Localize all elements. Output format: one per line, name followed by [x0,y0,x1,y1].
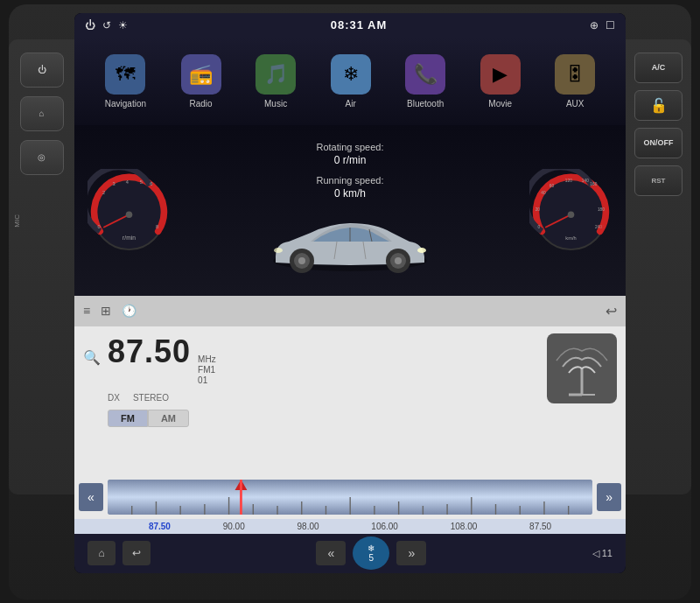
dashboard-area: r/min 0 8 2 6 4 3 5 Rotating speed: 0 r/… [74,125,626,296]
app-navigation[interactable]: 🗺 Navigation [105,54,146,109]
svg-text:0: 0 [97,224,100,229]
onoff-button[interactable]: ON/OFF [634,128,682,158]
svg-text:40: 40 [541,190,546,194]
right-side-panel: A/C 🔓 ON/OFF RST [626,39,691,494]
right-button-group: A/C 🔓 ON/OFF RST [633,53,684,196]
am-button[interactable]: AM [148,410,189,427]
bluetooth-label: Bluetooth [407,99,444,109]
tuner-section: « [74,475,626,519]
rotating-speed-block: Rotating speed: 0 r/min [316,142,383,166]
freq-108-00[interactable]: 108.00 [451,522,478,531]
car-image [262,208,438,278]
dx-label: DX [108,393,120,403]
rst-button[interactable]: RST [634,165,682,196]
app-aux[interactable]: 🎛 AUX [555,54,595,109]
fan-speed: 5 [369,553,374,563]
svg-point-20 [417,248,426,253]
tuner-next-button[interactable]: » [597,483,621,511]
freq-87-50-2[interactable]: 87.50 [529,522,551,531]
saved-frequencies: 87.50 90.00 98.00 106.00 108.00 87.50 [74,519,626,534]
svg-text:120: 120 [565,179,572,183]
freq-90-00[interactable]: 90.00 [223,522,245,531]
svg-text:8: 8 [156,224,158,229]
music-icon: 🎵 [256,54,296,95]
rotating-speed-value: 0 r/min [334,154,367,166]
svg-text:2: 2 [102,189,105,194]
bottom-bar: ⌂ ↩ « ❄ 5 » ◁ 11 [74,534,626,573]
clock-icon[interactable]: 🕐 [122,304,136,318]
bottom-center-controls: « ❄ 5 » [316,536,426,570]
app-movie[interactable]: ▶ Movie [480,54,521,109]
air-label: Air [346,99,356,109]
radio-toolbar: ≡ ⊞ 🕐 ↩ [74,296,626,326]
next-nav-button[interactable]: » [396,541,426,565]
radio-icon: 📻 [181,54,221,95]
rotating-speed-label: Rotating speed: [316,142,383,152]
radio-signal-area [547,333,617,403]
eq-icon[interactable]: ≡ [83,304,90,318]
home-side-button[interactable]: ⌂ [20,96,64,131]
status-icons-left: ⏻ ↺ ☀ [85,19,128,32]
fm-am-buttons: FM AM [83,410,540,427]
freq-87-50[interactable]: 87.50 [149,522,171,531]
app-grid: 🗺 Navigation 📻 Radio 🎵 Music ❄ Air 📞 Blu… [74,38,626,125]
prev-nav-button[interactable]: « [316,541,346,565]
tuner-bar[interactable] [108,480,592,515]
vol-icon: ◁ [592,548,599,559]
svg-text:r/min: r/min [122,234,136,240]
navigation-label: Navigation [105,99,146,109]
back-button[interactable]: ↩ [606,303,617,319]
svg-point-24 [568,211,575,218]
status-icons-right: ⊕ ☐ [590,19,615,32]
svg-text:180: 180 [598,207,605,211]
power-icon: ⏻ [85,19,95,32]
tuner-prev-button[interactable]: « [79,483,103,511]
fm-button[interactable]: FM [108,410,148,427]
svg-text:20: 20 [536,207,541,211]
ac-button[interactable]: A/C [634,53,682,83]
home-button[interactable]: ⌂ [88,541,116,565]
svg-point-21 [274,248,283,253]
back-nav-button[interactable]: ↩ [122,541,150,565]
vol-value: 11 [602,548,612,558]
stereo-label: STEREO [133,393,169,403]
rpm-gauge: r/min 0 8 2 6 4 3 5 [88,169,171,252]
svg-text:6: 6 [150,181,152,186]
movie-icon: ▶ [480,54,521,95]
freq-98-00[interactable]: 98.00 [298,522,319,531]
app-music[interactable]: 🎵 Music [256,54,296,109]
left-side-panel: ⏻ ⌂ ◎ MIC [9,39,74,494]
radio-tool-icons: ≡ ⊞ 🕐 [83,304,136,318]
movie-label: Movie [488,99,512,109]
search-icon[interactable]: 🔍 [83,349,101,366]
unlock-button[interactable]: 🔓 [634,90,682,121]
gps-icon: ⊕ [590,19,598,32]
grid-icon[interactable]: ⊞ [101,304,111,318]
svg-text:140: 140 [582,179,589,183]
power-button[interactable]: ⏻ [20,53,64,88]
svg-text:5: 5 [140,179,143,185]
volume-display: ◁ 11 [592,548,612,559]
app-bluetooth[interactable]: 📞 Bluetooth [405,54,445,109]
battery-icon: ☐ [606,19,615,32]
radio-label: Radio [189,99,212,109]
main-screen: ⏻ ↺ ☀ 08:31 AM ⊕ ☐ 🗺 Navigation 📻 Radio … [74,13,626,573]
svg-point-16 [298,257,305,264]
frequency-display: 87.50 [108,333,191,370]
app-radio[interactable]: 📻 Radio [181,54,221,109]
radio-meta: DX STEREO [83,393,540,403]
brightness-icon: ☀ [118,19,128,32]
bottom-left-buttons: ⌂ ↩ [88,541,150,565]
refresh-icon: ↺ [102,19,111,32]
fan-control[interactable]: ❄ 5 [353,536,389,570]
freq-106-00[interactable]: 106.00 [371,522,398,531]
svg-point-2 [126,211,133,218]
svg-text:0: 0 [538,225,541,229]
menu-side-button[interactable]: ◎ [20,140,64,175]
radio-panel: ≡ ⊞ 🕐 ↩ 🔍 87.50 MHz FM1 01 [74,296,626,534]
car-unit: ⏻ ⌂ ◎ MIC A/C 🔓 ON/OFF RST ⏻ ↺ ☀ 08:31 A… [9,4,691,599]
app-air[interactable]: ❄ Air [331,54,371,109]
running-speed-block: Running speed: 0 km/h [316,175,383,200]
running-speed-value: 0 km/h [334,187,366,200]
freq-mhz: MHz [198,354,216,365]
